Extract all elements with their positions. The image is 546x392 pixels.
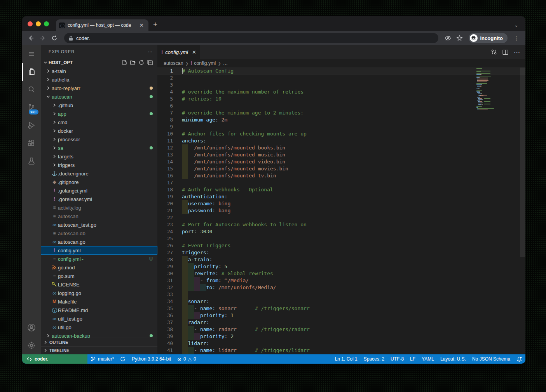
tree-item-config-yml-[interactable]: ≡config.yml~U [41,255,157,263]
forward-button[interactable] [38,33,48,43]
code-line-26[interactable]: 26# Event Triggers [157,242,525,249]
code-line-32[interactable]: 32 to: /mnt/unionfs/Media/ [157,284,525,291]
code-line-14[interactable]: 14 - /mnt/unionfs/mounted-video.bin [157,158,525,165]
code-line-8[interactable]: 8minimum-age: 2m [157,116,525,123]
tree-item--dockerignore[interactable]: ⚓.dockerignore [41,169,157,178]
minimap[interactable] [476,68,520,354]
code-line-19[interactable]: 19authentication: [157,193,525,200]
breadcrumb-item[interactable]: autoscan [164,61,183,66]
code-line-12[interactable]: 12 - /mnt/unionfs/mounted-books.bin [157,144,525,151]
tree-item-docker[interactable]: docker [41,127,157,135]
tree-item-cmd[interactable]: cmd [41,118,157,127]
breadcrumb-item[interactable]: config.yml [194,61,216,66]
code-line-25[interactable]: 25 [157,235,525,242]
code-line-34[interactable]: 34 sonarr: [157,298,525,305]
code-line-21[interactable]: 21 password: bang [157,207,525,214]
new-tab-button[interactable]: + [148,20,162,31]
new-file-button[interactable] [120,59,129,66]
tree-item-license[interactable]: LICENSE [41,280,157,289]
status-eol[interactable]: LF [407,354,419,364]
code-line-33[interactable]: 33 [157,291,525,298]
activity-bar-extensions[interactable] [22,134,41,152]
status-keyboard-layout[interactable]: Layout: U.S. [437,354,469,364]
code-line-39[interactable]: 39 priority: 2 [157,333,525,340]
tree-item-autoscan-go[interactable]: ∞autoscan.go [41,238,157,246]
code-line-40[interactable]: 40 lidarr: [157,340,525,347]
new-folder-button[interactable] [129,59,137,66]
eye-blocked-icon[interactable] [443,33,453,43]
explorer-more-actions-icon[interactable]: ⋯ [148,49,153,54]
code-line-16[interactable]: 16 - /mnt/unionfs/mounted-tv.bin [157,172,525,179]
code-line-29[interactable]: 29 priority: 5 [157,263,525,270]
tree-item-processor[interactable]: processor [41,135,157,144]
refresh-button[interactable] [137,59,146,66]
editor-tab-configyml[interactable]: ! config.yml ✕ [157,45,201,59]
tree-item-go-sum[interactable]: ≡go.sum [41,272,157,280]
tree-item-sa[interactable]: sa [41,144,157,152]
back-button[interactable] [26,33,36,43]
tree-item--goreleaser-yml[interactable]: !.goreleaser.yml [41,195,157,203]
code-line-7[interactable]: 7# override the minimum age to 2 minutes… [157,109,525,116]
code-line-35[interactable]: 35 - name: sonarr # /triggers/sonarr [157,305,525,312]
tab-search-chevron-icon[interactable]: ⌄ [514,22,518,28]
code-line-20[interactable]: 20 username: bing [157,200,525,207]
tree-item-app[interactable]: app [41,109,157,118]
tree-item-logging-go[interactable]: ∞logging.go [41,289,157,297]
code-line-36[interactable]: 36 priority: 1 [157,312,525,319]
status-sync[interactable] [117,354,129,364]
status-encoding[interactable]: UTF-8 [387,354,407,364]
status-python-interpreter[interactable]: Python 3.9.2 64-bit [129,354,174,364]
code-line-31[interactable]: 31 - from: ^/Media/ [157,277,525,284]
code-line-4[interactable]: 4# override the maximum number of retrie… [157,88,525,95]
code-line-23[interactable]: 23# Port for Autoscan webhooks to listen… [157,221,525,228]
tree-item-autoscan-db[interactable]: ≡autoscan.db [41,229,157,238]
tree-item-readme-md[interactable]: README.md [41,306,157,314]
activity-bar-settings[interactable] [22,336,41,354]
tree-item-util-test-go[interactable]: ∞util_test.go [41,314,157,323]
tree-item-autoscan[interactable]: autoscan [41,92,157,101]
code-line-3[interactable]: 3 [157,82,525,88]
status-notifications[interactable] [513,354,525,364]
code-line-2[interactable]: 2 [157,75,525,82]
code-editor[interactable]: 1# Autoscan Config234# override the maxi… [157,68,525,354]
code-line-28[interactable]: 28 a-train: [157,256,525,263]
address-bar[interactable]: coder. [64,33,438,43]
maximize-window-button[interactable] [44,21,49,26]
code-line-22[interactable]: 22 [157,214,525,221]
status-problems[interactable]: ⊗0△0 [174,354,199,364]
breadcrumb-item[interactable]: … [223,61,228,66]
remote-indicator[interactable]: coder. [22,354,87,364]
code-line-41[interactable]: 41 - name: lidarr # /triggers/lidarr [157,347,525,354]
collapse-all-button[interactable] [146,59,154,66]
editor-tab-close-icon[interactable]: ✕ [192,49,196,55]
status-git-branch[interactable]: master* [87,354,117,364]
tree-item-activity-log[interactable]: ≡activity.log [41,203,157,212]
workspace-section-header[interactable]: HOST_OPT [41,58,157,67]
bookmark-star-icon[interactable] [455,33,465,43]
tree-item-autoscan[interactable]: ≡autoscan [41,212,157,220]
reload-button[interactable] [49,33,59,43]
code-line-9[interactable]: 9 [157,123,525,130]
code-line-15[interactable]: 15 - /mnt/unionfs/mounted-movies.bin [157,165,525,172]
tree-item--github[interactable]: .github [41,101,157,109]
tree-item-targets[interactable]: targets [41,152,157,161]
tree-item--golangci-yml[interactable]: !.golangci.yml [41,186,157,195]
minimize-window-button[interactable] [36,21,41,26]
code-line-10[interactable]: 10# Anchor files for checking mounts are… [157,130,525,137]
code-line-38[interactable]: 38 - name: radarr # /triggers/radarr [157,326,525,333]
breadcrumb[interactable]: autoscan❯!config.yml❯… [157,59,525,68]
status-json-schema[interactable]: No JSON Schema [469,354,513,364]
tree-item-config-yml[interactable]: !config.yml [41,246,157,255]
tree-item--gitignore[interactable]: ◆.gitignore [41,178,157,186]
activity-bar-search[interactable] [22,81,41,99]
code-line-1[interactable]: 1# Autoscan Config [157,68,525,75]
code-line-37[interactable]: 37 radarr: [157,319,525,326]
activity-bar-testing[interactable] [22,152,41,170]
tree-item-a-train[interactable]: a-train [41,67,157,75]
code-line-17[interactable]: 17 [157,179,525,186]
tree-item-util-go[interactable]: ∞util.go [41,323,157,331]
tree-item-triggers[interactable]: triggers [41,161,157,169]
code-line-30[interactable]: 30 rewrite: # Global rewrites [157,270,525,277]
code-line-24[interactable]: 24port: 3030 [157,228,525,235]
open-changes-icon[interactable] [491,49,497,55]
